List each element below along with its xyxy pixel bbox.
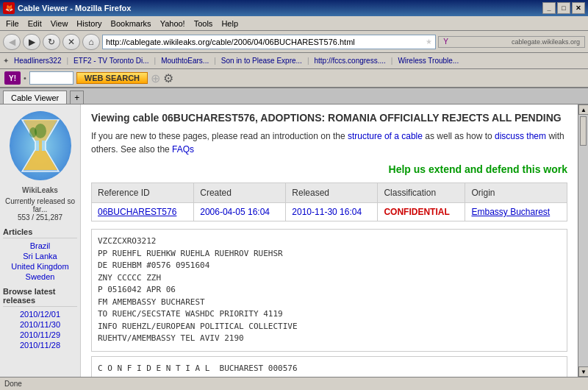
window-title: Cable Viewer - Mozilla Firefox	[18, 4, 542, 13]
yahoo-extra-icon: ⊕	[151, 71, 160, 85]
new-tab-button[interactable]: +	[70, 91, 84, 104]
bookmarks-label: ✦	[3, 57, 9, 65]
menu-tools[interactable]: Tools	[190, 18, 218, 29]
bookmark-2[interactable]: MouthtoEars...	[159, 56, 211, 65]
col-released: Released	[286, 183, 378, 203]
sidebar: WikiLeaks Currently released so far... 5…	[0, 104, 81, 377]
scrollbar: ▲ ▼	[578, 104, 588, 377]
cell-reference-id: 06BUCHAREST576	[92, 203, 194, 221]
sidebar-status: Currently released so far... 553 / 251,2…	[3, 197, 77, 221]
status-bar: Done	[0, 377, 588, 390]
title-bar: 🦊 Cable Viewer - Mozilla Firefox _ □ ✕	[0, 0, 588, 16]
status-text: Done	[4, 380, 584, 388]
cable-body-2: C O N F I D E N T I A L BUCHAREST 000576…	[91, 356, 567, 377]
col-classification: Classification	[378, 183, 465, 203]
menu-view[interactable]: View	[46, 18, 73, 29]
bookmark-0[interactable]: Headliners322	[12, 56, 64, 65]
wikileaks-brand: WikiLeaks	[3, 186, 77, 194]
origin-link[interactable]: Embassy Bucharest	[471, 207, 550, 217]
minimize-button[interactable]: _	[542, 2, 556, 14]
reference-link[interactable]: 06BUCHAREST576	[98, 207, 176, 217]
content-area: WikiLeaks Currently released so far... 5…	[0, 104, 588, 377]
browse-link-1[interactable]: 2010/11/30	[3, 320, 77, 329]
menu-yahoo[interactable]: Yahoo!	[156, 18, 190, 29]
cell-classification: CONFIDENTIAL	[378, 203, 465, 221]
cell-origin: Embassy Bucharest	[465, 203, 567, 221]
search-input[interactable]	[451, 38, 509, 46]
menu-help[interactable]: Help	[217, 18, 243, 29]
address-input[interactable]	[106, 38, 426, 46]
bookmark-4[interactable]: http://fccs.congress....	[312, 56, 388, 65]
sidebar-link-brazil[interactable]: Brazil	[3, 241, 77, 250]
menu-bar: File Edit View History Bookmarks Yahoo! …	[0, 16, 588, 31]
sidebar-link-uk[interactable]: United Kingdom	[3, 262, 77, 271]
col-origin: Origin	[465, 183, 567, 203]
back-button[interactable]: ◀	[3, 34, 21, 50]
main-panel: Viewing cable 06BUCHAREST576, ADOPTIONS:…	[81, 104, 578, 377]
nav-bar: ◀ ▶ ↻ ✕ ⌂ ★ Y cablegate.wikileaks.org	[0, 31, 588, 53]
cable-body-1: VZCZCXRO3212 PP RUEHFL RUEHKW RUEHLA RUE…	[91, 229, 567, 352]
browse-heading: Browse latest releases	[3, 287, 77, 307]
bookmarks-bar: ✦ Headliners322 | ETF2 - TV Toronto Di..…	[0, 53, 588, 69]
refresh-button[interactable]: ↻	[43, 34, 60, 50]
wikileaks-logo	[7, 109, 74, 182]
forward-button[interactable]: ▶	[23, 34, 40, 50]
yahoo-search-input[interactable]	[29, 71, 74, 85]
address-bar: ★	[102, 35, 436, 49]
svg-point-6	[29, 127, 37, 138]
browse-link-3[interactable]: 2010/11/28	[3, 341, 77, 350]
browse-link-0[interactable]: 2010/12/01	[3, 310, 77, 319]
search-engine-icon: Y	[443, 38, 448, 46]
search-engine-label: cablegate.wikileaks.org	[512, 38, 580, 46]
stop-button[interactable]: ✕	[62, 34, 80, 50]
col-reference-id: Reference ID	[92, 183, 194, 203]
cable-data-row: 06BUCHAREST576 2006-04-05 16:04 2010-11-…	[92, 203, 567, 221]
menu-history[interactable]: History	[72, 18, 106, 29]
bookmark-1[interactable]: ETF2 - TV Toronto Di...	[71, 56, 151, 65]
yahoo-icon: •	[24, 74, 26, 82]
sidebar-link-srilanka[interactable]: Sri Lanka	[3, 252, 77, 260]
sidebar-link-sweden[interactable]: Sweden	[3, 272, 77, 281]
close-button[interactable]: ✕	[572, 2, 585, 14]
scroll-track	[578, 115, 588, 366]
discuss-link[interactable]: discuss them	[495, 131, 546, 141]
browse-link-2[interactable]: 2010/11/29	[3, 330, 77, 339]
faqs-link[interactable]: FAQs	[172, 144, 194, 155]
menu-file[interactable]: File	[1, 18, 24, 29]
app-icon: 🦊	[3, 2, 15, 14]
window-controls: _ □ ✕	[542, 2, 585, 14]
cable-info-table: Reference ID Created Released Classifica…	[91, 182, 567, 221]
tab-label: Cable Viewer	[11, 93, 59, 102]
intro-text: If you are new to these pages, please re…	[91, 130, 567, 156]
bookmark-3[interactable]: Son in to Please Expre...	[219, 56, 304, 65]
cell-created: 2006-04-05 16:04	[194, 203, 286, 221]
security-icon: ★	[426, 38, 432, 46]
yahoo-settings-icon: ⚙	[163, 71, 173, 85]
cell-released: 2010-11-30 16:04	[286, 203, 378, 221]
articles-heading: Articles	[3, 227, 77, 238]
structure-link[interactable]: structure of a cable	[348, 131, 423, 141]
menu-bookmarks[interactable]: Bookmarks	[107, 18, 156, 29]
yahoo-toolbar: Y! • WEB SEARCH ⊕ ⚙	[0, 69, 588, 88]
tab-bar: Cable Viewer +	[0, 88, 588, 104]
browse-section: Browse latest releases 2010/12/01 2010/1…	[3, 287, 77, 350]
yahoo-search-button[interactable]: WEB SEARCH	[76, 72, 148, 84]
menu-edit[interactable]: Edit	[24, 18, 46, 29]
yahoo-logo: Y!	[4, 71, 21, 85]
home-button[interactable]: ⌂	[82, 34, 100, 50]
scroll-down-button[interactable]: ▼	[578, 366, 588, 377]
scroll-up-button[interactable]: ▲	[578, 104, 588, 115]
bookmark-5[interactable]: Wireless Trouble...	[395, 56, 461, 65]
maximize-button[interactable]: □	[557, 2, 570, 14]
scroll-thumb[interactable]	[580, 116, 587, 146]
tab-cable-viewer[interactable]: Cable Viewer	[3, 91, 67, 104]
cable-title: Viewing cable 06BUCHAREST576, ADOPTIONS:…	[91, 112, 567, 124]
svg-rect-4	[39, 141, 42, 151]
col-created: Created	[194, 183, 286, 203]
help-text: Help us extend and defend this work	[91, 163, 567, 175]
